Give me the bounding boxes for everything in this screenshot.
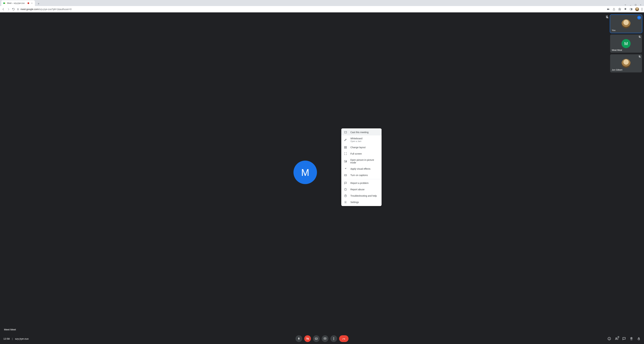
- address-bar-row: meet.google.com/szy-jrye-zuo?pli=1&authu…: [0, 6, 644, 12]
- participant-avatar: [622, 59, 630, 68]
- menu-item-label: Report abuse: [350, 188, 364, 191]
- bookmark-star-icon[interactable]: [618, 8, 621, 11]
- svg-rect-5: [631, 8, 632, 10]
- participant-avatar: [622, 19, 630, 28]
- fullscreen-icon: [344, 152, 347, 155]
- host-controls-button[interactable]: [637, 337, 641, 341]
- menu-item-help[interactable]: Troubleshooting and help: [341, 193, 382, 199]
- participant-name: You: [612, 29, 616, 31]
- menu-item-report[interactable]: Report a problem: [341, 180, 382, 186]
- menu-item-sparkle[interactable]: Apply visual effects: [341, 166, 382, 172]
- svg-rect-19: [298, 338, 299, 339]
- menu-item-label: Troubleshooting and help: [350, 194, 377, 197]
- reload-button[interactable]: [12, 7, 15, 11]
- menu-item-pip[interactable]: Open picture-in-picture mode: [341, 157, 382, 166]
- address-bar[interactable]: meet.google.com/szy-jrye-zuo?pli=1&authu…: [17, 8, 605, 10]
- browser-chrome: Meet – szy-jrye-zuo meet.google.com/szy-…: [0, 0, 644, 12]
- menu-item-label: Open picture-in-picture mode: [350, 159, 379, 164]
- menu-item-pencil[interactable]: WhiteboardOpen a Jam: [341, 135, 382, 144]
- svg-point-26: [334, 339, 334, 340]
- svg-rect-9: [344, 146, 345, 147]
- participant-tile[interactable]: Jon Gilbert: [610, 54, 642, 72]
- meeting-info-left: 12:58 | szy-jrye-zuo: [3, 337, 28, 340]
- menu-item-cast[interactable]: Cast this meeting: [341, 129, 382, 135]
- minimize-button[interactable]: [630, 4, 632, 6]
- captions-button[interactable]: CC: [313, 335, 320, 342]
- leave-call-button[interactable]: [339, 335, 348, 342]
- forward-button[interactable]: [7, 7, 10, 11]
- chevron-down-icon[interactable]: [624, 4, 626, 6]
- menu-item-gear[interactable]: Settings: [341, 199, 382, 205]
- browser-tab[interactable]: Meet – szy-jrye-zuo: [1, 0, 35, 6]
- svg-rect-14: [346, 161, 346, 162]
- menu-item-label: Cast this meeting: [350, 131, 368, 134]
- menu-item-cc[interactable]: Turn on captions: [341, 172, 382, 178]
- recording-indicator-icon: [28, 2, 29, 4]
- menu-item-abuse[interactable]: Report abuse: [341, 186, 382, 193]
- profile-avatar-icon[interactable]: [635, 7, 639, 11]
- menu-item-layout[interactable]: Change layout: [341, 144, 382, 151]
- mic-muted-icon: [638, 35, 641, 38]
- sidepanel-icon[interactable]: [630, 8, 632, 11]
- participant-tile[interactable]: You⋯: [610, 15, 642, 33]
- svg-rect-3: [607, 8, 608, 10]
- back-button[interactable]: [2, 7, 5, 11]
- participant-count-badge: 4: [617, 336, 620, 338]
- svg-rect-15: [344, 175, 347, 176]
- people-panel-button[interactable]: 4: [615, 337, 618, 341]
- main-video-area: M: [0, 12, 610, 332]
- share-icon[interactable]: [612, 8, 616, 11]
- clock-time: 12:58: [3, 337, 10, 340]
- window-controls: [624, 4, 644, 6]
- svg-point-18: [345, 202, 346, 203]
- svg-rect-10: [346, 146, 347, 147]
- meet-app: M Meet Meet Cast this meetingWhiteboardO…: [0, 12, 644, 344]
- mic-muted-icon: [638, 55, 641, 58]
- new-tab-button[interactable]: [36, 1, 41, 6]
- separator: |: [12, 337, 13, 340]
- participant-tile[interactable]: MMeat Meat: [610, 34, 642, 53]
- chrome-menu-icon[interactable]: [642, 8, 642, 10]
- meeting-code: szy-jrye-zuo: [15, 337, 28, 340]
- svg-rect-12: [346, 148, 347, 149]
- main-speaker-avatar: M: [294, 161, 317, 184]
- menu-item-label: Settings: [350, 201, 359, 204]
- camera-indicator-icon[interactable]: [607, 8, 610, 11]
- tile-more-button[interactable]: ⋯: [637, 16, 641, 19]
- meeting-details-button[interactable]: [608, 337, 611, 341]
- right-panel-buttons: 4: [608, 337, 641, 341]
- call-controls: CC: [296, 335, 348, 342]
- tab-close-button[interactable]: [30, 2, 33, 4]
- more-options-button[interactable]: [330, 335, 337, 342]
- bottom-bar: 12:58 | szy-jrye-zuo CC 4: [0, 333, 644, 344]
- main-speaker-name: Meet Meet: [4, 328, 16, 331]
- svg-point-8: [642, 10, 642, 10]
- lock-icon: [17, 8, 19, 10]
- svg-rect-29: [638, 339, 640, 340]
- menu-item-label: Turn on captions: [350, 174, 368, 177]
- toolbar-right: [607, 7, 642, 11]
- participant-avatar: M: [622, 39, 630, 48]
- maximize-button[interactable]: [634, 4, 636, 6]
- participant-name: Meat Meat: [612, 49, 622, 51]
- svg-rect-1: [635, 4, 636, 5]
- camera-toggle-button[interactable]: [304, 335, 311, 342]
- menu-item-fullscreen[interactable]: Full screen: [341, 151, 382, 157]
- tab-title: Meet – szy-jrye-zuo: [7, 2, 26, 4]
- extensions-icon[interactable]: [624, 8, 627, 11]
- activities-button[interactable]: [630, 337, 633, 341]
- layout-icon: [344, 146, 347, 149]
- svg-point-17: [344, 195, 347, 197]
- pencil-icon: [344, 138, 347, 141]
- menu-item-label: Report a problem: [350, 182, 368, 184]
- present-screen-button[interactable]: [322, 335, 328, 342]
- mic-toggle-button[interactable]: [296, 335, 302, 342]
- close-window-button[interactable]: [640, 4, 642, 6]
- svg-point-7: [642, 9, 642, 9]
- menu-item-label: WhiteboardOpen a Jam: [350, 137, 362, 142]
- meet-favicon-icon: [3, 2, 6, 4]
- help-icon: [344, 194, 347, 197]
- svg-point-24: [334, 337, 334, 338]
- chat-panel-button[interactable]: [622, 337, 626, 341]
- pip-icon: [344, 160, 347, 163]
